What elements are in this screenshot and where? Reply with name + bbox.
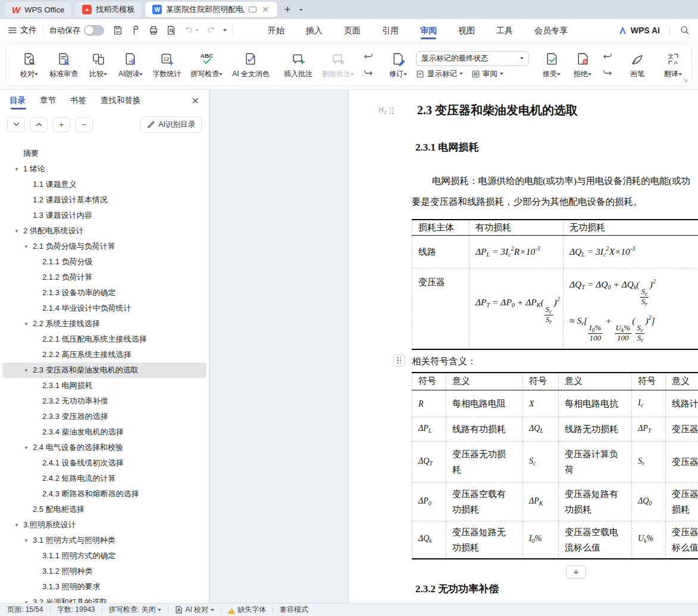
previous-comment-button[interactable] xyxy=(361,50,375,63)
menu-tab[interactable]: 审阅 xyxy=(420,20,437,41)
collapse-arrow-icon[interactable]: ▼ xyxy=(14,229,23,234)
wps-ai-button[interactable]: WPS AI xyxy=(618,25,660,35)
toc-item[interactable]: 2.2.2 高压系统主接线选择 xyxy=(2,347,206,362)
quick-access-chevron[interactable] xyxy=(223,29,227,32)
toc-item[interactable]: 1.3 课题设计内容 xyxy=(2,208,206,223)
toc-item[interactable]: 2.3.1 电网损耗 xyxy=(2,378,206,393)
toc-item[interactable]: 3.1.3 照明的要求 xyxy=(2,579,206,595)
close-tab-icon[interactable]: ✕ xyxy=(261,5,270,14)
search-icon[interactable] xyxy=(680,25,690,35)
file-menu[interactable]: 文件 xyxy=(8,25,37,36)
collapse-arrow-icon[interactable]: ▼ xyxy=(24,321,33,327)
reviewers-button[interactable]: 审阅 xyxy=(471,69,503,79)
ai-read-aloud-button[interactable]: AI朗读 xyxy=(116,49,145,81)
new-tab-button[interactable]: + xyxy=(281,3,295,16)
insert-comment-button[interactable]: 插入批注 xyxy=(281,49,315,81)
toc-item[interactable]: ▼3.照明系统设计 xyxy=(2,517,206,533)
ribbon-expand-icon[interactable]: ⇲ xyxy=(683,77,688,83)
page-indicator[interactable]: 页面: 15/54 xyxy=(7,605,43,615)
toc-item[interactable]: 2.3.2 无功功率补偿 xyxy=(2,393,206,409)
save-icon[interactable] xyxy=(112,25,123,36)
heading-level-marker[interactable]: H2 xyxy=(378,106,394,115)
delete-comment-button[interactable]: 删除批注 xyxy=(320,49,356,81)
ai-recognize-outline-button[interactable]: AI识别目录 xyxy=(140,117,202,133)
toc-item[interactable]: 1.1 课题意义 xyxy=(2,177,206,192)
toc-item[interactable]: 2.2.1 低压配电系统主接线选择 xyxy=(2,332,206,347)
collapse-arrow-icon[interactable]: ▼ xyxy=(24,244,33,249)
sidebar-tab[interactable]: 书签 xyxy=(70,90,86,111)
menu-tab[interactable]: 插入 xyxy=(306,20,323,41)
ai-proofread-status[interactable]: AI 校对 xyxy=(175,605,214,615)
toc-item[interactable]: 2.1.4 毕业设计中负荷统计 xyxy=(2,301,206,316)
toc-item[interactable]: ▼1 绪论 xyxy=(2,161,206,177)
tab-document[interactable]: W 某医院住院部照明配电系统设 ✕ xyxy=(145,2,277,17)
next-comment-button[interactable] xyxy=(361,67,375,80)
table-drag-handle[interactable] xyxy=(393,355,405,367)
ai-polish-button[interactable]: AI 全文润色 xyxy=(230,49,272,81)
tab-list-chevron[interactable] xyxy=(299,4,303,15)
menu-tab[interactable]: 引用 xyxy=(382,20,399,41)
ink-brush-button[interactable]: 画笔 xyxy=(624,49,650,81)
menu-tab[interactable]: 工具 xyxy=(496,20,513,41)
collapse-arrow-icon[interactable]: ▼ xyxy=(24,445,33,451)
toc-item[interactable]: ▼2 供配电系统设计 xyxy=(2,223,206,239)
toc-item[interactable]: 2.4.3 断路器和熔断器的选择 xyxy=(2,486,206,502)
show-markup-button[interactable]: 显示标记 xyxy=(416,69,463,79)
drag-handle-icon[interactable] xyxy=(390,107,395,114)
toc-item[interactable]: 2.1.2 负荷计算 xyxy=(2,270,206,285)
translate-button[interactable]: 文A 翻译 xyxy=(660,49,686,81)
document-page[interactable]: H2 2.3 变压器和柴油发电机的选取 2.3.1 电网损耗 电网损耗：电源供给… xyxy=(348,90,698,603)
toc-item[interactable]: 2.5 配电柜选择 xyxy=(2,502,206,517)
toc-item[interactable]: ▼2.4 电气设备的选择和校验 xyxy=(2,440,206,455)
separate-window-icon[interactable] xyxy=(249,7,256,12)
sidebar-tab[interactable]: 查找和替换 xyxy=(101,90,141,111)
word-count-indicator[interactable]: 字数: 19943 xyxy=(57,605,95,615)
export-pdf-icon[interactable] xyxy=(130,25,141,36)
toc-item[interactable]: 2.3.3 变压器的选择 xyxy=(2,409,206,424)
zoom-in-outline-button[interactable]: + xyxy=(52,117,70,132)
toc-item[interactable]: 摘要 xyxy=(2,146,206,161)
word-count-button[interactable]: 12 字数统计 xyxy=(150,49,183,81)
close-sidebar-icon[interactable]: ✕ xyxy=(192,95,199,107)
spellcheck-status[interactable]: 拼写检查: 关闭 xyxy=(109,605,162,615)
toc-item[interactable]: 2.4.2 短路电流的计算 xyxy=(2,471,206,486)
standard-review-button[interactable]: 标准审查 xyxy=(47,49,80,81)
print-icon[interactable] xyxy=(148,25,159,36)
toc-item[interactable]: ▼2.3 变压器和柴油发电机的选取 xyxy=(2,362,206,378)
accept-change-button[interactable]: 接受 xyxy=(539,49,565,81)
toc-item[interactable]: 3.1.2 照明种类 xyxy=(2,564,206,579)
tab-docer-templates[interactable]: ❧ 找稻壳模板 xyxy=(75,2,142,17)
toc-item[interactable]: 1.2 课题设计基本情况 xyxy=(2,192,206,208)
menu-tab[interactable]: 页面 xyxy=(344,20,361,41)
collapse-arrow-icon[interactable]: ▼ xyxy=(14,167,23,172)
toc-item[interactable]: ▼2.2 系统主接线选择 xyxy=(2,316,206,332)
toc-item[interactable]: ▼3.1 照明方式与照明种类 xyxy=(2,533,206,548)
previous-change-button[interactable] xyxy=(600,50,615,63)
to-simplified-button[interactable]: 繁→ 转简 xyxy=(691,66,692,86)
print-preview-icon[interactable] xyxy=(166,25,177,36)
toc-item[interactable]: 3.1.1 照明方式的确定 xyxy=(2,548,206,564)
toc-item[interactable]: 2.4.1 设备线缆初次选择 xyxy=(2,455,206,471)
menu-tab[interactable]: 开始 xyxy=(268,20,284,41)
tab-wps-office[interactable]: W WPS Office xyxy=(5,2,71,17)
missing-font-warning[interactable]: 缺失字体 xyxy=(228,605,266,615)
menu-tab[interactable]: 会员专享 xyxy=(534,20,568,41)
collapse-arrow-icon[interactable]: ▼ xyxy=(14,523,23,528)
autosave-toggle[interactable] xyxy=(84,25,104,36)
collapse-all-button[interactable] xyxy=(7,117,25,132)
to-traditional-button[interactable]: 简→ 转繁 xyxy=(691,43,692,64)
add-table-row-button[interactable]: + xyxy=(566,565,586,579)
reject-change-button[interactable]: 拒绝 xyxy=(569,49,596,81)
toc-item[interactable]: ▼2.1 负荷分级与负荷计算 xyxy=(2,239,206,254)
compare-button[interactable]: 比较 xyxy=(85,49,111,81)
collapse-arrow-icon[interactable]: ▼ xyxy=(24,368,33,373)
proofread-button[interactable]: 校对 xyxy=(16,49,42,81)
undo-button[interactable] xyxy=(184,25,199,35)
sidebar-tab[interactable]: 章节 xyxy=(40,90,56,111)
toc-item[interactable]: 2.1.1 负荷分级 xyxy=(2,254,206,270)
toc-item[interactable]: ▼3.2 光源和灯具的选取 xyxy=(2,595,206,603)
sidebar-tab[interactable]: 目录 xyxy=(10,90,26,111)
track-changes-button[interactable]: 修订 xyxy=(385,49,411,81)
toc-item[interactable]: 2.3.4 柴油发电机的选择 xyxy=(2,424,206,440)
menu-tab[interactable]: 视图 xyxy=(458,20,475,41)
